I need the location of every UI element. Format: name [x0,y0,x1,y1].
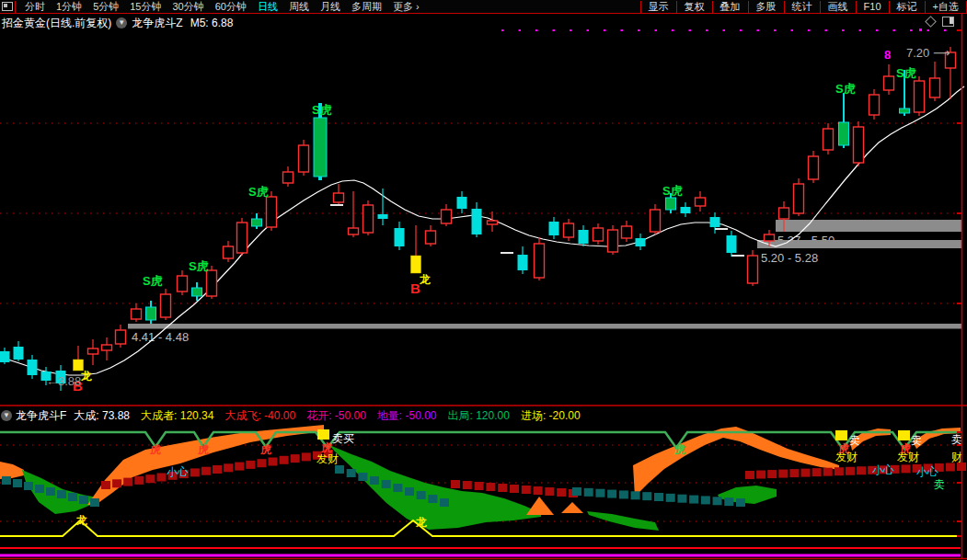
brick [269,458,278,466]
candle [930,78,940,97]
brick [713,497,722,505]
sub-chart-label: 小心 [872,463,894,476]
sub-chart-label: 发财 [897,451,919,463]
chart-canvas[interactable]: 4.41 - 4.485.37 - 5.505.20 - 5.28S虎S虎S虎S… [0,0,967,560]
candle [349,228,359,234]
brick [522,486,531,494]
candle [146,307,156,320]
brick [619,490,628,498]
brick [736,498,745,507]
candle [442,210,452,223]
candle [102,345,112,350]
zigzag-line [0,432,961,449]
main-chart-label: B [410,280,420,296]
sub-chart-label: 小心 [167,465,189,478]
brick [157,474,167,482]
candle [116,330,126,344]
brick [417,491,426,499]
brick [291,454,300,463]
candle [696,198,706,206]
sub-chart-label: 卖买 [332,432,354,445]
brick [145,474,155,483]
sub-chart-label: 虎 [197,443,209,456]
brick [24,482,33,490]
main-chart-label: S虎 [312,103,332,117]
brick [801,469,811,477]
brick [607,490,616,498]
sub-chart-label: 虎 [673,443,685,456]
brick [778,470,788,478]
brick [68,493,77,501]
candle [334,193,344,202]
ribbon [329,445,541,530]
brick [463,481,472,489]
sub-chart-label: 卖 [911,434,922,447]
candle [0,351,10,362]
candle [28,360,38,375]
brick [57,490,66,498]
brick [123,478,132,486]
candle [650,210,661,232]
brick [666,494,675,502]
brick [724,497,733,506]
ribbon [587,511,659,531]
brick [595,489,604,497]
sub-chart-label: 虎 [259,443,271,456]
candle [854,127,864,163]
brick [689,496,698,504]
candle [252,219,262,226]
brick [745,471,754,479]
candle [518,255,528,270]
candle [426,231,436,244]
candle [457,197,467,209]
main-chart-label: S虎 [835,82,856,96]
ribbon [633,427,839,497]
candle [267,197,277,227]
brick [428,495,437,503]
brick [302,452,311,461]
candle [839,122,849,145]
brick [572,487,581,496]
candle [224,246,234,258]
brick [201,467,211,475]
sub-chart-label: 龙 [75,514,87,527]
brick [677,495,686,503]
brick [190,468,200,476]
brick [393,484,402,492]
brick [405,487,414,496]
candle [564,223,574,237]
candle [636,238,646,246]
candle [727,235,737,253]
candle [579,230,589,244]
brick [335,465,344,474]
brick [510,485,519,493]
brick [812,468,822,476]
brick [440,498,449,507]
price-band-label: 5.20 - 5.28 [761,251,818,265]
candle [14,347,24,360]
brick [789,469,799,477]
ribbon [526,497,554,515]
brick [584,488,593,497]
brick [90,498,99,507]
candle [915,81,925,112]
candle [593,228,604,241]
candle [132,309,142,319]
main-chart-label: S虎 [189,259,209,273]
candle [161,294,171,317]
sub-chart-label: 虎 [149,443,161,456]
main-chart-label: ←3.88 [46,374,81,388]
brick [347,469,356,477]
brick [901,464,910,473]
brick [857,466,866,474]
brick [224,463,233,472]
brick [257,459,266,467]
ribbon [87,425,324,505]
brick [235,463,244,471]
brick [2,476,11,485]
candle [884,76,894,90]
sub-chart-label: 龙 [415,516,427,529]
sub-chart-label: 卖 [849,434,860,447]
brick [382,480,391,488]
sub-chart-label: 卖 [934,478,945,491]
